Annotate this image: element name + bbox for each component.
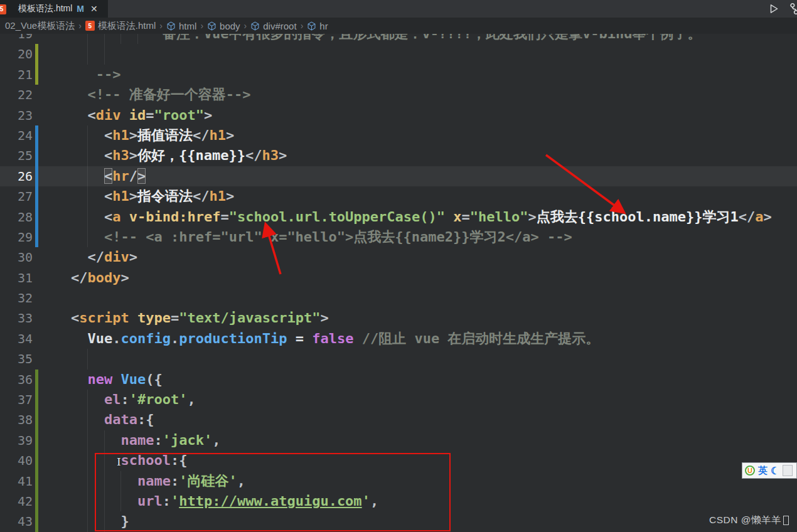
code-line-28[interactable]: 28 <a v-bind:href="school.url.toUpperCas… <box>0 207 797 227</box>
code-token: < <box>104 147 112 163</box>
code-text: </body> <box>38 268 797 288</box>
code-line-29[interactable]: 29 <!-- <a :href="url" x="hello">点我去{{na… <box>0 227 797 247</box>
code-line-26[interactable]: 26 <hr/> <box>0 166 797 186</box>
code-line-21[interactable]: 21 --> <box>0 65 797 85</box>
code-token: : <box>154 432 162 448</box>
code-text: new Vue({ <box>38 370 797 390</box>
ime-extra-button[interactable] <box>783 465 793 476</box>
code-line-20[interactable]: 20 <box>0 44 797 64</box>
chevron-right-icon: › <box>301 21 304 31</box>
indent-guide <box>120 491 121 511</box>
code-token: < <box>104 209 112 225</box>
code-token: '尚硅谷' <box>179 473 237 489</box>
code-token: </ <box>193 127 210 143</box>
vscode-window: 5 模板语法.html M ✕ 02_Vue模板语法›5模板语法.html›ht… <box>0 0 797 532</box>
ime-logo-icon: U <box>745 466 755 476</box>
code-line-43[interactable]: 43 } <box>0 511 797 531</box>
code-token: > <box>226 188 234 204</box>
symbol-cube-icon <box>166 21 176 31</box>
code-token <box>112 371 120 387</box>
code-token: body <box>88 270 121 285</box>
code-line-32[interactable]: 32 <box>0 288 797 308</box>
ime-toolbar[interactable]: U 英 ☾ <box>742 462 797 479</box>
breadcrumb-item[interactable]: html <box>166 21 196 31</box>
code-token: , <box>212 432 220 448</box>
source-control-graph-icon[interactable] <box>788 2 797 16</box>
html-file-icon: 5 <box>0 4 8 14</box>
code-line-42[interactable]: 42 url:'http://www.atguigu.com', <box>0 491 797 511</box>
code-token: , <box>237 473 245 489</box>
code-line-39[interactable]: 39 name:'jack', <box>0 430 797 450</box>
code-line-25[interactable]: 25 <h3>你好，{{name}}</h3> <box>0 146 797 166</box>
code-token: h3 <box>112 147 129 163</box>
code-line-27[interactable]: 27 <h1>指令语法</h1> <box>0 186 797 206</box>
code-text: --> <box>38 65 797 85</box>
code-text: el:'#root', <box>38 390 797 410</box>
code-token: } <box>120 513 129 529</box>
tab-template-syntax[interactable]: 5 模板语法.html M ✕ <box>0 0 108 18</box>
indent-guide <box>87 491 88 511</box>
code-token: 点我去{{school.name}}学习1 <box>537 209 739 225</box>
breadcrumb-label: body <box>220 21 240 31</box>
line-number: 38 <box>0 410 33 430</box>
indent-guide <box>87 186 88 206</box>
code-line-36[interactable]: 36 new Vue({ <box>0 370 797 390</box>
run-button-icon[interactable] <box>768 3 779 14</box>
line-number: 26 <box>0 166 33 186</box>
code-text <box>38 44 797 64</box>
breadcrumb-item[interactable]: 02_Vue模板语法 <box>5 20 75 32</box>
code-token: = <box>287 331 312 346</box>
tab-title: 模板语法.html <box>18 3 72 14</box>
moon-icon[interactable]: ☾ <box>771 465 779 477</box>
code-token: > <box>129 188 137 204</box>
code-token: h1 <box>112 127 129 143</box>
text-cursor-pointer: I <box>117 455 121 468</box>
close-icon[interactable]: ✕ <box>90 4 98 14</box>
code-line-30[interactable]: 30 </div> <box>0 247 797 267</box>
indent-guide <box>120 34 121 44</box>
code-line-24[interactable]: 24 <h1>插值语法</h1> <box>0 125 797 146</box>
code-token <box>353 331 361 346</box>
line-number: 20 <box>0 44 33 64</box>
code-text: name:'jack', <box>38 430 797 450</box>
code-line-33[interactable]: 33<script type="text/javascript"> <box>0 308 797 328</box>
code-line-19[interactable]: 19 备注：Vue中有很多的指令，且形式都是：v-????，此处我们只是拿v-b… <box>0 34 797 44</box>
code-token: < <box>104 188 112 204</box>
code-line-23[interactable]: 23 <div id="root"> <box>0 105 797 125</box>
code-token: 你好，{{name}} <box>137 147 245 163</box>
breadcrumb-item[interactable]: hr <box>307 21 328 31</box>
code-line-35[interactable]: 35 <box>0 349 797 369</box>
code-line-22[interactable]: 22 <!-- 准备好一个容器--> <box>0 85 797 105</box>
code-token: / <box>129 168 137 184</box>
code-text: <h1>插值语法</h1> <box>38 125 797 146</box>
indent-guide <box>87 34 88 44</box>
breadcrumb-item[interactable]: body <box>207 21 240 31</box>
code-text: <!-- 准备好一个容器--> <box>38 85 797 105</box>
indent-guide <box>87 207 88 227</box>
code-text: <hr/> <box>38 166 797 186</box>
breadcrumb-item[interactable]: 5模板语法.html <box>85 20 156 32</box>
code-line-37[interactable]: 37 el:'#root', <box>0 390 797 410</box>
ime-language-mode[interactable]: 英 <box>758 465 768 477</box>
code-token: </ <box>245 147 262 163</box>
chevron-right-icon: › <box>78 21 82 31</box>
code-line-31[interactable]: 31</body> <box>0 268 797 288</box>
symbol-cube-icon <box>207 21 217 31</box>
code-line-41[interactable]: 41 name:'尚硅谷', <box>0 471 797 491</box>
line-number: 21 <box>0 65 33 85</box>
code-token: . <box>171 331 179 346</box>
breadcrumb-label: html <box>179 21 196 31</box>
chevron-right-icon: › <box>244 21 247 31</box>
line-number: 28 <box>0 207 33 227</box>
code-token: a <box>112 209 120 225</box>
code-token: url <box>137 493 163 509</box>
code-line-34[interactable]: 34 Vue.config.productionTip = false //阻止… <box>0 329 797 349</box>
code-token: http://www.atguigu.com <box>179 493 361 509</box>
line-number: 27 <box>0 186 33 206</box>
breadcrumb-label: div#root <box>263 21 296 31</box>
breadcrumb-item[interactable]: div#root <box>250 21 296 31</box>
code-token: h3 <box>262 147 279 163</box>
code-line-38[interactable]: 38 data:{ <box>0 410 797 430</box>
symbol-cube-icon <box>250 21 260 31</box>
code-token: "school.url.toUpperCase()" <box>229 209 445 225</box>
